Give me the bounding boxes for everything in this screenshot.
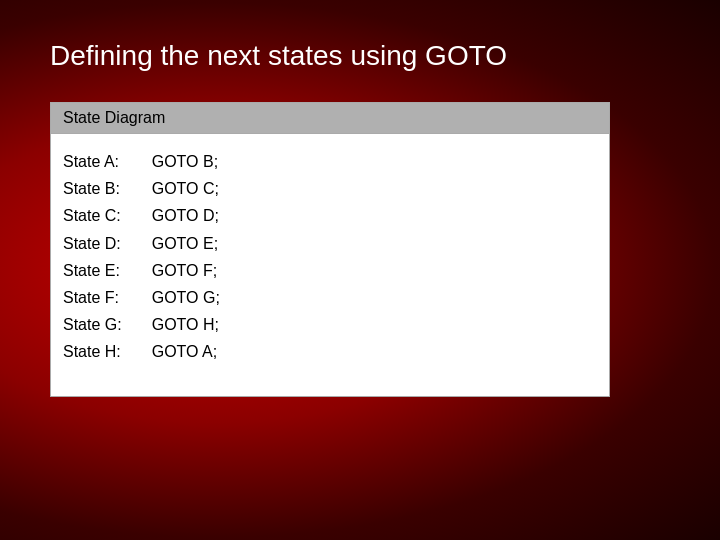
- table-row-goto: GOTO D;: [152, 202, 220, 229]
- table-row: State F:: [63, 284, 122, 311]
- table-row-goto: GOTO B;: [152, 148, 220, 175]
- goto-column: GOTO B;GOTO C;GOTO D;GOTO E;GOTO F;GOTO …: [152, 148, 220, 366]
- table-body: State A:State B:State C:State D:State E:…: [51, 134, 609, 396]
- table-row-goto: GOTO E;: [152, 230, 220, 257]
- states-column: State A:State B:State C:State D:State E:…: [63, 148, 122, 366]
- table-row: State E:: [63, 257, 122, 284]
- state-rows: State A:State B:State C:State D:State E:…: [63, 148, 597, 366]
- page-title: Defining the next states using GOTO: [50, 40, 670, 72]
- table-row-goto: GOTO F;: [152, 257, 220, 284]
- table-row: State C:: [63, 202, 122, 229]
- slide-container: Defining the next states using GOTO Stat…: [0, 0, 720, 540]
- table-header: State Diagram: [51, 103, 609, 134]
- table-row: State G:: [63, 311, 122, 338]
- table-row-goto: GOTO G;: [152, 284, 220, 311]
- state-diagram-table: State Diagram State A:State B:State C:St…: [50, 102, 610, 397]
- table-row: State H:: [63, 338, 122, 365]
- table-row: State A:: [63, 148, 122, 175]
- table-row: State B:: [63, 175, 122, 202]
- table-row-goto: GOTO C;: [152, 175, 220, 202]
- table-row: State D:: [63, 230, 122, 257]
- table-row-goto: GOTO H;: [152, 311, 220, 338]
- table-row-goto: GOTO A;: [152, 338, 220, 365]
